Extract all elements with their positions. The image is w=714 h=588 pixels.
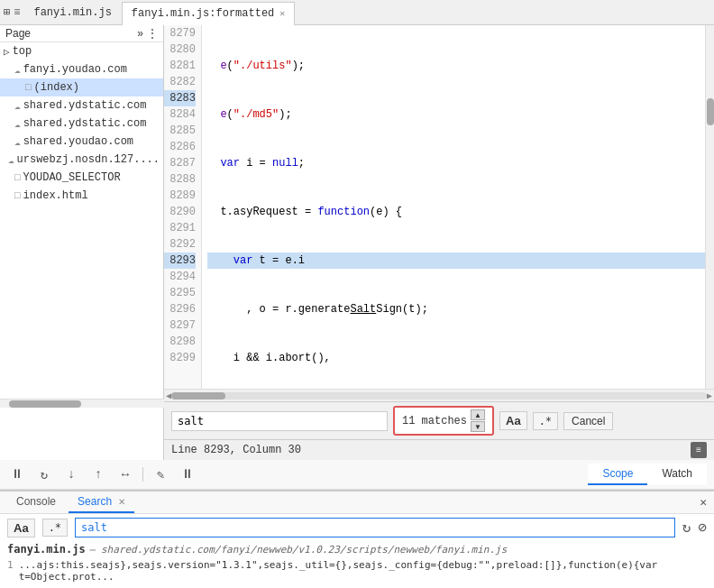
cloud-icon: ☁ xyxy=(14,64,21,76)
vscroll-thumb[interactable] xyxy=(707,98,714,125)
sidebar-item-label: YOUDAO_SELECTOR xyxy=(23,171,121,184)
pause-button[interactable]: ⏸ xyxy=(7,464,27,484)
format-icon[interactable]: ≡ xyxy=(691,442,707,458)
tab-search-label: Search xyxy=(78,495,112,508)
tab-search[interactable]: Search ✕ xyxy=(69,492,134,513)
ln-8290: 8290 xyxy=(164,204,196,220)
panel-search-input[interactable] xyxy=(75,518,675,537)
close-panel-button[interactable]: ✕ xyxy=(700,495,707,510)
step-into-button[interactable]: ↓ xyxy=(61,464,81,484)
ln-8283: 8283 xyxy=(164,90,196,106)
vscroll[interactable] xyxy=(705,25,714,389)
sidebar-item-label: top xyxy=(13,45,32,58)
sidebar-options-icon[interactable]: ⋮ xyxy=(147,27,158,40)
deactivate-button[interactable]: ⏸ xyxy=(178,464,197,484)
line-numbers: 8279 8280 8281 8282 8283 8284 8285 8286 … xyxy=(164,25,202,389)
cloud-icon-4: ☁ xyxy=(14,136,21,148)
match-prev-button[interactable]: ▲ xyxy=(471,409,485,420)
code-line-8282: t.asyRequest = function(e) { xyxy=(207,204,705,220)
sidebar-item-top[interactable]: ▷ top xyxy=(0,42,163,60)
ln-8297: 8297 xyxy=(164,317,196,334)
sidebar-item-shared-youdao[interactable]: ☁ shared.youdao.com xyxy=(0,133,163,151)
sidebar-item-label: index.html xyxy=(23,189,88,202)
panel-refresh-button[interactable]: ↻ xyxy=(682,519,691,537)
hscroll-bar: ◀ ▶ xyxy=(164,389,714,401)
sidebar-item-urswebzj[interactable]: ☁ urswebzj.nosdn.127.... xyxy=(0,151,163,169)
file-icon: □ xyxy=(25,82,32,93)
ln-8291: 8291 xyxy=(164,220,196,236)
code-line-8280: e("./md5"); xyxy=(207,106,705,123)
match-nav: ▲ ▼ xyxy=(471,409,485,432)
search-input[interactable] xyxy=(171,411,388,431)
sidebar-item-index-html[interactable]: □ index.html xyxy=(0,187,163,205)
panel-use-regex-button[interactable]: .* xyxy=(42,519,68,537)
tab-console[interactable]: Console xyxy=(7,492,65,513)
file-icon-3: □ xyxy=(14,190,21,201)
code-text[interactable]: e("./utils"); e("./md5"); var i = null; … xyxy=(202,25,705,389)
sidebar-item-label: (index) xyxy=(34,81,79,94)
code-line-8284: , o = r.generateSaltSign(t); xyxy=(207,301,705,317)
tab-fanyi-formatted[interactable]: fanyi.min.js:formatted ✕ xyxy=(122,2,295,25)
result-line-text: ...ajs:this.seajs},seajs.version="1.3.1"… xyxy=(19,559,707,583)
toolbar-divider xyxy=(142,467,143,482)
bottom-toolbar: ⏸ ↻ ↓ ↑ ↔ ✎ ⏸ Scope Watch xyxy=(0,460,714,490)
ln-8284: 8284 xyxy=(164,106,196,123)
tab-scope[interactable]: Scope xyxy=(588,464,647,485)
match-case-button[interactable]: Aa xyxy=(499,411,527,430)
console-tab-bar: Console Search ✕ ✕ xyxy=(0,492,714,514)
tab-close-icon[interactable]: ✕ xyxy=(279,8,285,19)
chevron-more[interactable]: ≡ xyxy=(14,6,20,19)
top-panel-icons: ⊞ ≡ xyxy=(4,5,20,19)
code-line-8283: var t = e.i xyxy=(207,253,705,269)
ln-8289: 8289 xyxy=(164,188,196,204)
ln-8287: 8287 xyxy=(164,155,196,171)
sidebar-more-icon[interactable]: » xyxy=(137,27,143,40)
search-result-row: fanyi.min.js — shared.ydstatic.com/fanyi… xyxy=(7,541,707,557)
search-result-line[interactable]: 1 ...ajs:this.seajs},seajs.version="1.3.… xyxy=(7,557,707,584)
triangle-icon: ▷ xyxy=(4,46,10,58)
ln-8293: 8293 xyxy=(164,253,196,269)
step-over-button[interactable]: ↻ xyxy=(34,464,54,484)
ln-8294: 8294 xyxy=(164,269,196,285)
code-panel: 8279 8280 8281 8282 8283 8284 8285 8286 … xyxy=(164,25,714,460)
tab-watch[interactable]: Watch xyxy=(647,464,707,485)
hscroll-right[interactable]: ▶ xyxy=(707,390,712,401)
ln-8282: 8282 xyxy=(164,74,196,90)
tab-label: fanyi.min.js xyxy=(33,6,111,19)
tab-search-close[interactable]: ✕ xyxy=(118,497,125,507)
sidebar-item-index[interactable]: □ (index) xyxy=(0,78,163,96)
ln-8295: 8295 xyxy=(164,285,196,301)
ln-8279: 8279 xyxy=(164,25,196,41)
cancel-search-button[interactable]: Cancel xyxy=(563,412,613,430)
ln-8286: 8286 xyxy=(164,139,196,155)
sidebar-item-shared-2[interactable]: ☁ shared.ydstatic.com xyxy=(0,115,163,133)
sidebar-item-youdao-selector[interactable]: □ YOUDAO_SELECTOR xyxy=(0,169,163,187)
continue-button[interactable]: ↔ xyxy=(115,464,135,484)
cloud-icon-2: ☁ xyxy=(14,100,21,112)
hscroll-track[interactable] xyxy=(171,392,707,400)
use-regex-button[interactable]: .* xyxy=(533,412,558,430)
sidebar-item-label: fanyi.youdao.com xyxy=(23,63,127,76)
search-bar: 11 matches ▲ ▼ Aa .* Cancel xyxy=(164,401,714,439)
ln-8281: 8281 xyxy=(164,58,196,74)
step-out-button[interactable]: ↑ xyxy=(88,464,108,484)
panel-icon[interactable]: ⊞ xyxy=(4,5,10,19)
sidebar-item-fanyi-youdao[interactable]: ☁ fanyi.youdao.com xyxy=(0,60,163,78)
panel-match-case-button[interactable]: Aa xyxy=(7,519,35,537)
cloud-icon-5: ☁ xyxy=(8,154,14,166)
sidebar-title: Page xyxy=(5,27,31,40)
search-panel: Aa .* ↻ ⊘ fanyi.min.js — shared.ydstatic… xyxy=(0,514,714,588)
match-next-button[interactable]: ▼ xyxy=(471,421,485,432)
file-icon-2: □ xyxy=(14,172,21,183)
sidebar: Page » ⋮ ▷ top ☁ fanyi.youdao.com □ (ind… xyxy=(0,25,164,460)
sidebar-item-label: shared.ydstatic.com xyxy=(23,117,147,130)
tab-fanyi-min-js[interactable]: fanyi.min.js xyxy=(23,1,121,24)
edit-button[interactable]: ✎ xyxy=(151,464,170,484)
result-line-num: 1 xyxy=(7,559,14,571)
ln-8292: 8292 xyxy=(164,236,196,253)
search-panel-toolbar: Aa .* ↻ ⊘ xyxy=(7,518,707,537)
hscroll-thumb[interactable] xyxy=(171,392,225,400)
sidebar-item-shared-1[interactable]: ☁ shared.ydstatic.com xyxy=(0,96,163,115)
panel-clear-button[interactable]: ⊘ xyxy=(698,519,707,537)
tab-bar: ⊞ ≡ fanyi.min.js fanyi.min.js:formatted … xyxy=(0,0,714,25)
